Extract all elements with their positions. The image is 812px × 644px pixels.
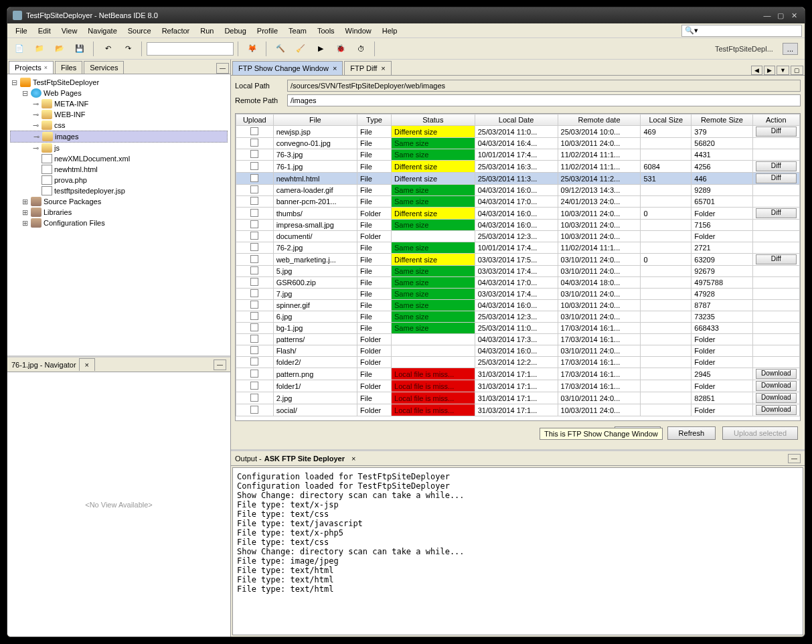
column-header[interactable]: Local Date bbox=[475, 114, 558, 126]
upload-checkbox[interactable] bbox=[250, 382, 258, 390]
save-all-icon[interactable]: 💾 bbox=[70, 40, 89, 58]
upload-checkbox[interactable] bbox=[250, 220, 258, 228]
upload-checkbox[interactable] bbox=[250, 312, 258, 320]
tree-node[interactable]: newhtml.html bbox=[10, 164, 228, 175]
upload-checkbox[interactable] bbox=[250, 150, 258, 158]
column-header[interactable]: File bbox=[273, 114, 357, 126]
upload-checkbox[interactable] bbox=[250, 209, 258, 217]
open-icon[interactable]: 📂 bbox=[50, 40, 69, 58]
editor-tab[interactable]: FTP Diff× bbox=[344, 61, 391, 75]
close-icon[interactable]: ✕ bbox=[789, 10, 799, 21]
menu-view[interactable]: View bbox=[56, 25, 83, 36]
menu-source[interactable]: Source bbox=[123, 25, 157, 36]
table-row[interactable]: spinner.gifFileSame size04/03/2014 16:0.… bbox=[236, 300, 800, 311]
upload-checkbox[interactable] bbox=[250, 406, 258, 414]
table-row[interactable]: patterns/Folder04/03/2014 17:3...17/03/2… bbox=[236, 334, 800, 345]
table-row[interactable]: 6.jpgFileSame size25/03/2014 12:3...03/1… bbox=[236, 311, 800, 323]
tree-node[interactable]: ⊞Source Packages bbox=[10, 196, 228, 207]
action-button[interactable]: Diff bbox=[756, 173, 797, 183]
tree-node[interactable]: newXMLDocument.xml bbox=[10, 153, 228, 164]
output-minimize-icon[interactable]: — bbox=[788, 454, 801, 463]
upload-checkbox[interactable] bbox=[250, 255, 258, 263]
debug-icon[interactable]: 🐞 bbox=[331, 40, 350, 58]
table-row[interactable]: social/FolderLocal file is miss...31/03/… bbox=[236, 404, 800, 416]
firefox-icon[interactable]: 🦊 bbox=[243, 40, 262, 58]
table-row[interactable]: newhtml.htmlFileDifferent size25/03/2014… bbox=[236, 173, 800, 185]
output-close-icon[interactable]: × bbox=[351, 455, 355, 463]
project-browse-button[interactable]: ... bbox=[783, 43, 798, 55]
upload-checkbox[interactable] bbox=[250, 197, 258, 205]
upload-checkbox[interactable] bbox=[250, 301, 258, 309]
tab-services[interactable]: Services bbox=[84, 61, 124, 74]
titlebar[interactable]: TestFtpSiteDeployer - NetBeans IDE 8.0 —… bbox=[7, 7, 805, 23]
upload-checkbox[interactable] bbox=[250, 335, 258, 343]
tree-node[interactable]: prova.php bbox=[10, 175, 228, 185]
new-file-icon[interactable]: 📄 bbox=[10, 40, 29, 58]
table-row[interactable]: bg-1.jpgFileSame size25/03/2014 11:0...1… bbox=[236, 323, 800, 334]
menu-help[interactable]: Help bbox=[377, 25, 403, 36]
action-button[interactable]: Download bbox=[756, 393, 797, 403]
table-row[interactable]: convegno-01.jpgFileSame size04/03/2014 1… bbox=[236, 138, 800, 149]
table-row[interactable]: thumbs/FolderDifferent size04/03/2014 16… bbox=[236, 208, 800, 220]
undo-icon[interactable]: ↶ bbox=[98, 40, 117, 58]
menu-debug[interactable]: Debug bbox=[219, 25, 251, 36]
column-header[interactable]: Type bbox=[357, 114, 392, 126]
action-button[interactable]: Diff bbox=[756, 254, 797, 264]
upload-checkbox[interactable] bbox=[250, 370, 258, 378]
tree-node[interactable]: ⊸js bbox=[10, 143, 228, 153]
action-button[interactable]: Download bbox=[756, 405, 797, 415]
tab-max-icon[interactable]: ▢ bbox=[791, 66, 803, 75]
tree-node[interactable]: testftpsitedeployer.jsp bbox=[10, 185, 228, 196]
column-header[interactable]: Action bbox=[752, 114, 799, 126]
upload-checkbox[interactable] bbox=[250, 174, 258, 182]
navigator-minimize-icon[interactable]: — bbox=[214, 359, 226, 370]
tree-node[interactable]: ⊟TestFtpSiteDeployer bbox=[10, 77, 228, 88]
tab-projects[interactable]: Projects × bbox=[9, 61, 54, 74]
menu-edit[interactable]: Edit bbox=[33, 25, 56, 36]
table-row[interactable]: documenti/Folder25/03/2014 12:3...10/03/… bbox=[236, 231, 800, 242]
tree-node[interactable]: ⊞Configuration Files bbox=[10, 218, 228, 228]
tab-list-icon[interactable]: ▼ bbox=[777, 66, 789, 75]
tree-node[interactable]: ⊸META-INF bbox=[10, 98, 228, 109]
column-header[interactable]: Remote Size bbox=[692, 114, 752, 126]
remote-path-input[interactable] bbox=[287, 94, 801, 106]
table-row[interactable]: 76-1.jpgFileDifferent size25/03/2014 16:… bbox=[236, 161, 800, 173]
profile-icon[interactable]: ⏱ bbox=[351, 40, 370, 58]
column-header[interactable]: Local Size bbox=[641, 114, 692, 126]
project-selector[interactable]: TestFtpSiteDepl... bbox=[711, 44, 777, 54]
tree-node[interactable]: ⊸images bbox=[10, 131, 228, 143]
minimize-panel-icon[interactable]: — bbox=[216, 63, 229, 74]
upload-checkbox[interactable] bbox=[250, 185, 258, 193]
action-button[interactable]: Download bbox=[756, 381, 797, 391]
table-row[interactable]: camera-loader.gifFileSame size04/03/2014… bbox=[236, 185, 800, 196]
project-tree[interactable]: ⊟TestFtpSiteDeployer⊟Web Pages⊸META-INF⊸… bbox=[7, 74, 230, 355]
upload-checkbox[interactable] bbox=[250, 266, 258, 274]
action-button[interactable]: Diff bbox=[756, 127, 797, 137]
upload-checkbox[interactable] bbox=[250, 323, 258, 331]
run-icon[interactable]: ▶ bbox=[311, 40, 330, 58]
table-row[interactable]: 76-2.jpgFileSame size10/01/2014 17:4...1… bbox=[236, 242, 800, 254]
table-row[interactable]: folder1/FolderLocal file is miss...31/03… bbox=[236, 380, 800, 392]
menu-run[interactable]: Run bbox=[195, 25, 219, 36]
column-header[interactable]: Remote date bbox=[558, 114, 641, 126]
search-box[interactable]: 🔍▾ bbox=[681, 25, 802, 37]
menu-tools[interactable]: Tools bbox=[312, 25, 340, 36]
upload-checkbox[interactable] bbox=[250, 232, 258, 240]
local-path-input[interactable] bbox=[287, 80, 801, 92]
table-row[interactable]: newjsp.jspFileDifferent size25/03/2014 1… bbox=[236, 126, 800, 138]
table-row[interactable]: banner-pcm-201...FileSame size04/03/2014… bbox=[236, 196, 800, 208]
tab-close-icon[interactable]: × bbox=[333, 64, 337, 72]
upload-checkbox[interactable] bbox=[250, 127, 258, 135]
file-table[interactable]: UploadFileTypeStatusLocal DateRemote dat… bbox=[235, 113, 801, 421]
upload-checkbox[interactable] bbox=[250, 162, 258, 170]
table-row[interactable]: 2.jpgFileLocal file is miss...31/03/2014… bbox=[236, 392, 800, 404]
editor-tab[interactable]: FTP Show Change Window× bbox=[232, 61, 343, 75]
tree-node[interactable]: ⊞Libraries bbox=[10, 207, 228, 218]
upload-button[interactable]: Upload selected bbox=[722, 426, 798, 440]
upload-checkbox[interactable] bbox=[250, 278, 258, 286]
build-icon[interactable]: 🔨 bbox=[271, 40, 290, 58]
menu-profile[interactable]: Profile bbox=[252, 25, 283, 36]
tree-node[interactable]: ⊸css bbox=[10, 120, 228, 131]
upload-checkbox[interactable] bbox=[250, 346, 258, 354]
column-header[interactable]: Upload bbox=[236, 114, 274, 126]
